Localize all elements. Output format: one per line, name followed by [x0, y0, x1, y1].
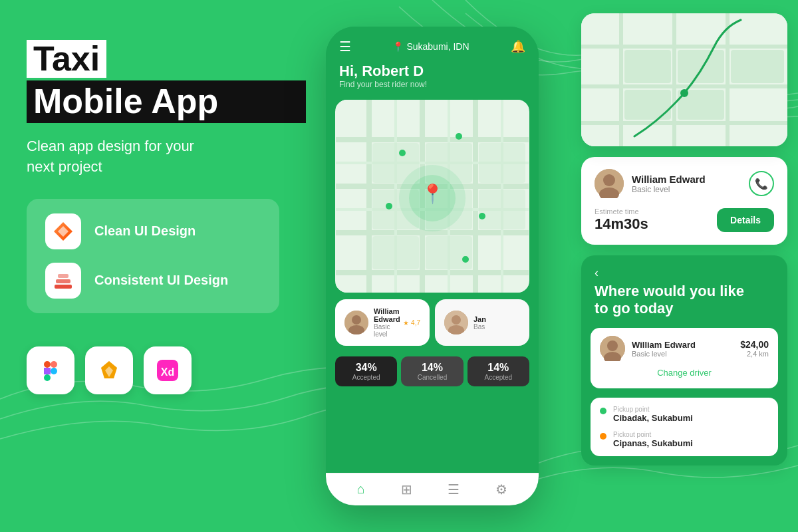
- svg-rect-8: [44, 374, 51, 381]
- ride-time-row: Estimete time 14m30s Details: [595, 207, 774, 233]
- dest-driver-info: William Edward Basic level: [632, 340, 740, 358]
- title-block: Taxi Mobile App: [27, 40, 306, 123]
- menu-icon[interactable]: ☰: [339, 39, 351, 55]
- pickup-label: Pickup point: [613, 406, 693, 413]
- svg-rect-4: [58, 274, 68, 278]
- pickout-label: Pickout point: [613, 431, 693, 438]
- driver-info-2: Jan Bas: [473, 315, 520, 331]
- svg-point-61: [680, 89, 688, 97]
- svg-rect-5: [44, 361, 51, 368]
- driver-card-2: Jan Bas: [435, 299, 529, 346]
- svg-rect-57: [678, 50, 724, 83]
- phone-bottom-nav: ⌂ ⊞ ☰ ⚙: [326, 473, 539, 505]
- svg-rect-33: [426, 236, 472, 269]
- features-box: Clean UI Design Consistent UI Design: [27, 199, 279, 313]
- ride-detail-card: William Edward Basic level 📞 Estimete ti…: [581, 157, 787, 245]
- dest-points-card: Pickup point Cibadak, Sukabumi Pickout p…: [591, 398, 778, 456]
- driver-rating-1: ★ 4,7: [403, 319, 420, 327]
- nav-list[interactable]: ☰: [448, 481, 460, 497]
- driver-level-1: Basic level: [374, 323, 403, 338]
- consistent-ui-icon: [45, 263, 81, 299]
- pickout-point: Pickout point Cipanas, Sukabumi: [600, 431, 769, 448]
- feature-clean-ui-label: Clean UI Design: [94, 223, 196, 239]
- pickup-info: Pickup point Cibadak, Sukabumi: [613, 406, 693, 423]
- svg-point-40: [386, 203, 392, 209]
- destination-title: Where would you liketo go today: [581, 280, 787, 328]
- dest-driver-row: William Edward Basic level $24,00 2,4 km: [600, 336, 769, 361]
- driver-avatar-1: [344, 311, 368, 334]
- svg-point-63: [603, 174, 615, 186]
- nav-grid[interactable]: ⊞: [401, 481, 412, 497]
- svg-rect-6: [51, 361, 57, 368]
- dest-driver-card: William Edward Basic level $24,00 2,4 km…: [591, 328, 778, 388]
- ride-driver-level: Basic level: [632, 185, 749, 194]
- ride-driver-avatar: [595, 169, 624, 198]
- feature-consistent-ui-label: Consistent UI Design: [94, 273, 228, 288]
- dest-header: ‹: [581, 255, 787, 280]
- ride-driver-row: William Edward Basic level 📞: [595, 169, 774, 198]
- find-text: Find your best rider now!: [339, 80, 525, 89]
- back-icon[interactable]: ‹: [595, 266, 598, 280]
- stat-accepted-2-label: Accepted: [475, 374, 521, 381]
- driver-avatar-2: [444, 311, 468, 334]
- ride-time-info: Estimete time 14m30s: [595, 207, 648, 233]
- svg-point-47: [452, 315, 461, 325]
- left-section: Taxi Mobile App Clean app design for you…: [27, 40, 306, 394]
- nav-home[interactable]: ⌂: [357, 481, 365, 497]
- pickup-point: Pickup point Cibadak, Sukabumi: [600, 406, 769, 423]
- svg-rect-3: [56, 279, 70, 283]
- svg-point-66: [607, 340, 618, 351]
- svg-point-44: [352, 315, 361, 325]
- dest-driver-level: Basic level: [632, 350, 740, 358]
- svg-rect-35: [479, 190, 525, 229]
- figma-icon: [27, 346, 74, 394]
- pickout-value: Cipanas, Sukabumi: [613, 438, 693, 448]
- dest-price-info: $24,00 2,4 km: [740, 339, 769, 358]
- feature-consistent-ui: Consistent UI Design: [45, 263, 261, 299]
- details-button[interactable]: Details: [717, 208, 774, 232]
- driver-level-2: Bas: [473, 323, 520, 331]
- stat-accepted-2-value: 14%: [475, 362, 521, 374]
- clean-ui-icon: [45, 213, 81, 249]
- stat-accepted-value: 34%: [343, 362, 389, 374]
- call-button[interactable]: 📞: [749, 171, 774, 196]
- bell-icon[interactable]: 🔔: [511, 39, 525, 54]
- ride-driver-name: William Edward: [632, 174, 749, 185]
- pickout-dot: [600, 433, 606, 440]
- center-phone-mockup: ☰ 📍 Sukabumi, IDN 🔔 Hi, Robert D Find yo…: [326, 27, 539, 505]
- svg-point-39: [456, 133, 462, 140]
- dest-distance: 2,4 km: [740, 350, 769, 358]
- svg-point-41: [479, 213, 485, 219]
- svg-point-38: [399, 150, 406, 156]
- svg-rect-7: [44, 368, 51, 374]
- svg-rect-56: [624, 50, 671, 83]
- stat-accepted-2: 14% Accepted: [467, 356, 529, 386]
- drivers-row: William Edward Basic level ★ 4,7 Jan Bas: [335, 299, 529, 351]
- map-pin: 📍: [421, 183, 444, 205]
- stat-accepted-label: Accepted: [343, 374, 389, 381]
- svg-point-9: [51, 368, 57, 374]
- sketch-icon: [85, 346, 133, 394]
- phone-header: ☰ 📍 Sukabumi, IDN 🔔: [326, 27, 539, 63]
- title-mobile-app: Mobile App: [27, 80, 306, 123]
- svg-rect-59: [624, 90, 671, 120]
- nav-settings[interactable]: ⚙: [495, 481, 507, 497]
- drivers-section: William Edward Basic level ★ 4,7 Jan Bas: [335, 299, 529, 386]
- driver-card-1: William Edward Basic level ★ 4,7: [335, 299, 430, 346]
- dest-driver-name: William Edward: [632, 340, 740, 350]
- stats-row: 34% Accepted 14% Cancelled 14% Accepted: [335, 356, 529, 386]
- greeting-text: Hi, Robert D: [339, 63, 525, 80]
- svg-rect-32: [372, 236, 419, 269]
- phone-greeting: Hi, Robert D Find your best rider now!: [326, 63, 539, 100]
- subtitle: Clean app design for yournext project: [27, 136, 306, 178]
- location-pin-icon: 📍: [392, 41, 404, 52]
- estimate-label: Estimete time: [595, 207, 648, 215]
- feature-clean-ui: Clean UI Design: [45, 213, 261, 249]
- right-section: William Edward Basic level 📞 Estimete ti…: [581, 13, 787, 466]
- svg-rect-34: [479, 143, 525, 183]
- change-driver-link[interactable]: Change driver: [600, 368, 769, 380]
- driver-name-2: Jan: [473, 315, 520, 323]
- svg-rect-2: [55, 285, 72, 289]
- pickout-info: Pickout point Cipanas, Sukabumi: [613, 431, 693, 448]
- svg-point-42: [462, 256, 469, 263]
